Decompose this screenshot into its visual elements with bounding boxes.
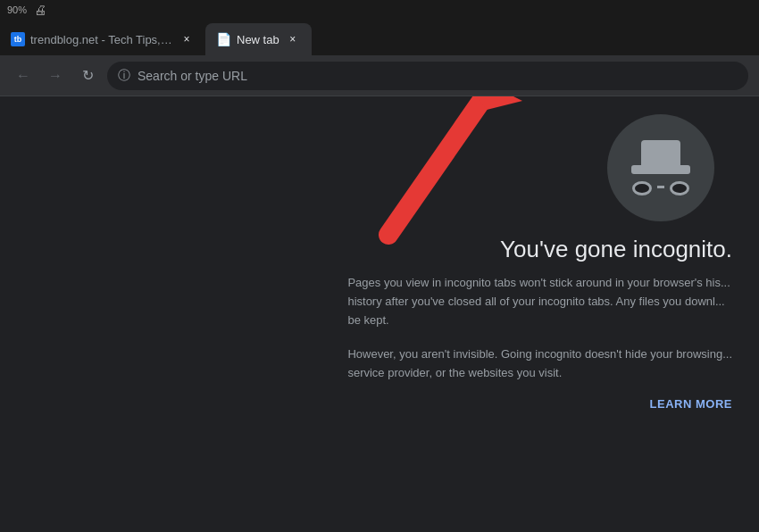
system-bar: 90% 🖨 xyxy=(0,0,759,20)
right-lens xyxy=(670,181,689,195)
incognito-description1: Pages you view in incognito tabs won't s… xyxy=(347,274,732,329)
omnibox[interactable]: ⓘ Search or type URL xyxy=(107,62,748,90)
back-icon: ← xyxy=(16,68,30,84)
tab-label-newtab: New tab xyxy=(237,33,279,46)
tab-spacer xyxy=(312,23,759,55)
print-icon: 🖨 xyxy=(34,3,46,17)
tab-favicon-trendblog: tb xyxy=(11,32,25,46)
tab-doc-icon: 📄 xyxy=(216,32,231,46)
forward-icon: → xyxy=(48,68,63,84)
learn-more-button[interactable]: LEARN MORE xyxy=(347,397,732,411)
tab-close-trendblog[interactable]: × xyxy=(179,31,195,47)
zoom-level: 90% xyxy=(7,4,27,15)
main-content: You've gone incognito. Pages you view in… xyxy=(0,96,759,532)
tab-close-newtab[interactable]: × xyxy=(285,31,301,47)
tab-trendblog[interactable]: tb trendblog.net - Tech Tips, Tu... × xyxy=(0,23,205,55)
tab-bar: tb trendblog.net - Tech Tips, Tu... × 📄 … xyxy=(0,20,759,55)
tab-newtab[interactable]: 📄 New tab × xyxy=(205,23,312,55)
reload-icon: ↻ xyxy=(82,67,94,84)
glasses xyxy=(632,181,689,195)
left-lens xyxy=(632,181,652,195)
omnibox-placeholder: Search or type URL xyxy=(138,69,247,83)
info-icon: ⓘ xyxy=(118,68,130,84)
hat-top xyxy=(641,140,680,167)
incognito-title: You've gone incognito. xyxy=(0,236,732,263)
back-button[interactable]: ← xyxy=(11,63,36,88)
forward-button[interactable]: → xyxy=(43,63,68,88)
address-bar: ← → ↻ ⓘ Search or type URL xyxy=(0,55,759,96)
glasses-bridge xyxy=(657,186,664,188)
incognito-hat-icon xyxy=(631,140,690,195)
incognito-content: You've gone incognito. Pages you view in… xyxy=(0,96,759,532)
incognito-description2: However, you aren't invisible. Going inc… xyxy=(347,345,732,383)
tab-label-trendblog: trendblog.net - Tech Tips, Tu... xyxy=(30,33,173,46)
reload-button[interactable]: ↻ xyxy=(75,63,100,88)
incognito-avatar xyxy=(607,114,714,221)
